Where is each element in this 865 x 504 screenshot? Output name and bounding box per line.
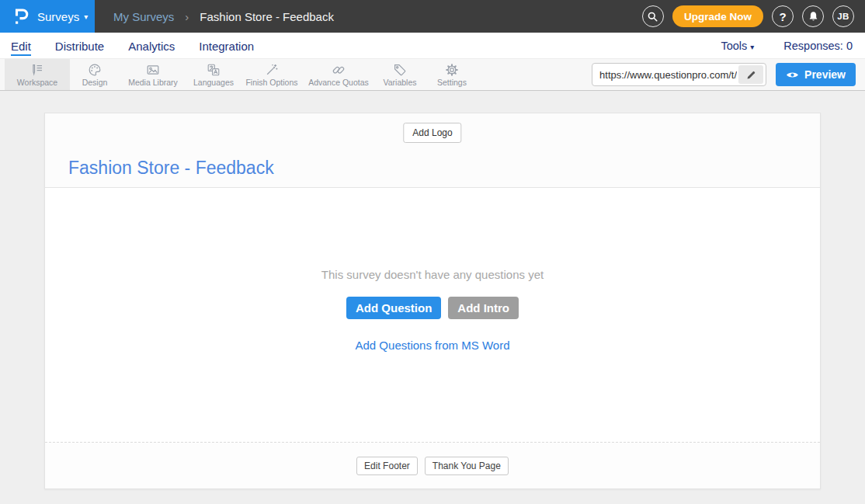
top-bar: Surveys ▾ My Surveys › Fashion Store - F… [0, 0, 865, 33]
advance-quotas-icon [332, 63, 346, 77]
tools-dropdown[interactable]: Tools▾ [721, 40, 754, 52]
survey-url-group [592, 63, 766, 86]
toolbar-design[interactable]: Design [70, 59, 120, 90]
breadcrumb-current-survey: Fashion Store - Feedback [200, 10, 334, 23]
upgrade-now-button[interactable]: Upgrade Now [672, 5, 763, 27]
survey-footer: Edit Footer Thank You Page [45, 442, 820, 488]
chevron-down-icon: ▾ [750, 43, 754, 51]
toolbar-advance-quotas[interactable]: Advance Quotas [303, 59, 374, 90]
avatar[interactable]: JB [832, 5, 854, 27]
search-icon [647, 11, 658, 23]
survey-url-input[interactable] [592, 69, 738, 81]
settings-icon [445, 63, 459, 77]
questionpro-app: Surveys ▾ My Surveys › Fashion Store - F… [0, 0, 865, 504]
empty-actions: Add Question Add Intro [45, 297, 820, 319]
search-button[interactable] [642, 5, 664, 27]
toolbar-finish-options[interactable]: Finish Options [241, 59, 303, 90]
breadcrumb-my-surveys[interactable]: My Surveys [113, 10, 174, 23]
design-icon [88, 63, 102, 77]
breadcrumb: My Surveys › Fashion Store - Feedback [113, 10, 334, 23]
empty-state: This survey doesn't have any questions y… [45, 268, 820, 353]
toolbar-workspace[interactable]: Workspace [5, 59, 70, 90]
help-button[interactable]: ? [772, 5, 794, 27]
tab-integration[interactable]: Integration [199, 38, 254, 53]
responses-count[interactable]: Responses: 0 [783, 40, 853, 52]
pencil-icon [746, 70, 756, 80]
section-tab-bar: Edit Distribute Analytics Integration To… [0, 33, 865, 59]
survey-title[interactable]: Fashion Store - Feedback [68, 158, 274, 179]
survey-body: This survey doesn't have any questions y… [45, 188, 820, 442]
toolbar-variables[interactable]: Variables [374, 59, 426, 90]
topbar-actions: Upgrade Now ? JB [642, 5, 865, 27]
tab-edit[interactable]: Edit [11, 38, 31, 53]
media-library-icon [146, 63, 160, 77]
edit-footer-button[interactable]: Edit Footer [356, 457, 418, 475]
empty-message: This survey doesn't have any questions y… [45, 268, 820, 281]
tab-analytics[interactable]: Analytics [128, 38, 175, 53]
surveys-product-menu[interactable]: Surveys ▾ [0, 0, 95, 33]
survey-editor-content: Add Logo Fashion Store - Feedback This s… [0, 91, 865, 504]
tabbar-right: Tools▾ Responses: 0 [721, 40, 853, 52]
add-questions-from-ms-word-link[interactable]: Add Questions from MS Word [356, 339, 510, 352]
breadcrumb-separator-icon: › [185, 10, 189, 23]
add-logo-button[interactable]: Add Logo [403, 123, 461, 143]
finish-options-icon [265, 63, 279, 77]
toolbar-right: Preview [592, 59, 865, 90]
add-question-button[interactable]: Add Question [346, 297, 441, 319]
languages-icon [207, 63, 221, 77]
toolbar-settings[interactable]: Settings [426, 59, 478, 90]
variables-icon [393, 63, 407, 77]
survey-header: Add Logo Fashion Store - Feedback [45, 113, 820, 188]
survey-card: Add Logo Fashion Store - Feedback This s… [44, 113, 821, 489]
question-mark-icon: ? [779, 10, 786, 23]
questionpro-logo-icon [12, 6, 30, 27]
tab-distribute[interactable]: Distribute [55, 38, 104, 53]
toolbar-languages[interactable]: Languages [186, 59, 241, 90]
preview-button[interactable]: Preview [776, 63, 856, 86]
bell-icon [808, 11, 819, 23]
eye-icon [786, 71, 799, 79]
workspace-icon [30, 63, 44, 77]
chevron-down-icon: ▾ [84, 12, 88, 21]
survey-toolbar: Workspace Design Media Library [0, 59, 865, 91]
edit-url-button[interactable] [738, 65, 763, 84]
thank-you-page-button[interactable]: Thank You Page [425, 457, 509, 475]
add-intro-button[interactable]: Add Intro [448, 297, 519, 319]
toolbar-media-library[interactable]: Media Library [120, 59, 186, 90]
product-label: Surveys [37, 10, 79, 23]
notifications-button[interactable] [802, 5, 824, 27]
